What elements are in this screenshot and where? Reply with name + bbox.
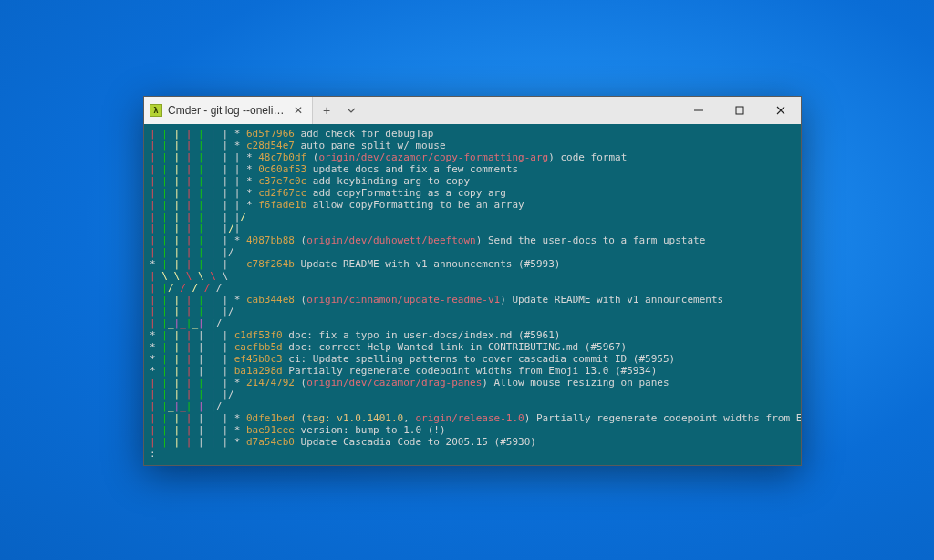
maximize-button[interactable] [719, 97, 760, 124]
titlebar-drag-region[interactable] [362, 97, 678, 124]
pager-prompt[interactable]: : [150, 448, 795, 460]
git-log-line: * | | | | | | ba1a298d Partially regener… [150, 365, 795, 377]
tab-title: Cmder - git log --oneline --all - [168, 104, 286, 117]
git-log-line: | | | | | | | * d7a54cb0 Update Cascadia… [150, 436, 795, 448]
git-log-line: | | | | | | | | * cd2f67cc add copyForma… [150, 187, 795, 199]
maximize-icon [735, 106, 744, 115]
git-log-line: | | | | | | | * 6d5f7966 add check for d… [150, 128, 795, 140]
git-log-line: | | | | | | |/| [150, 223, 795, 234]
close-button[interactable] [760, 97, 801, 124]
titlebar[interactable]: λ Cmder - git log --oneline --all - ✕ + [144, 97, 801, 124]
git-log-line: | \ \ \ \ \ \ [150, 270, 795, 282]
git-log-line: | | | | | | |/ [150, 246, 795, 258]
terminal-output[interactable]: | | | | | | | * 6d5f7966 add check for d… [144, 124, 801, 465]
git-log-line: | | | | | | | | * c37e7c0c add keybindin… [150, 175, 795, 187]
git-log-line: | | | | | | | | * 48c7b0df (origin/dev/c… [150, 151, 795, 163]
git-log-line: | | | | | | | * bae91cee version: bump t… [150, 424, 795, 436]
git-log-line: | | | | | | | | * f6fade1b allow copyFor… [150, 199, 795, 211]
tab-dropdown-button[interactable] [340, 97, 362, 124]
git-log-line: | | | | | | | * 4087bb88 (origin/dev/duh… [150, 234, 795, 246]
minimize-icon [694, 106, 703, 115]
git-log-line: * | | | | | | c1df53f0 doc: fix a typo i… [150, 329, 795, 341]
new-tab-button[interactable]: + [313, 97, 340, 124]
window-controls [678, 97, 801, 124]
git-log-line: | |_|_|_| |/ [150, 317, 795, 329]
git-log-line: | | | | | | |/ [150, 306, 795, 317]
git-log-line: | | | | | | | * cab344e8 (origin/cinnamo… [150, 294, 795, 306]
git-log-line: | | | | | | | * 0dfe1bed (tag: v1.0.1401… [150, 412, 795, 424]
git-log-line: | |/ / / / / [150, 282, 795, 294]
git-log-line: | | | | | | | | * 0c60af53 update docs a… [150, 163, 795, 175]
tab-close-button[interactable]: ✕ [292, 104, 305, 117]
minimize-button[interactable] [678, 97, 719, 124]
tab-active[interactable]: λ Cmder - git log --oneline --all - ✕ [144, 97, 313, 124]
chevron-down-icon [347, 106, 356, 115]
close-icon [776, 106, 785, 115]
git-log-line: | |_|_| | |/ [150, 400, 795, 412]
git-log-line: | | | | | | | * 21474792 (origin/dev/caz… [150, 377, 795, 389]
git-log-line: | | | | | | |/ [150, 389, 795, 400]
git-log-line: | | | | | | | |/ [150, 211, 795, 223]
cmder-icon: λ [150, 104, 162, 117]
terminal-window: λ Cmder - git log --oneline --all - ✕ + … [143, 96, 802, 466]
git-log-line: * | | | | | | cacfbb5d doc: correct Help… [150, 341, 795, 353]
git-log-line: * | | | | | | c78f264b Update README wit… [150, 258, 795, 270]
svg-rect-0 [736, 107, 743, 114]
git-log-line: | | | | | | | * c28d54e7 auto pane split… [150, 140, 795, 151]
git-log-line: * | | | | | | ef45b0c3 ci: Update spelli… [150, 353, 795, 365]
